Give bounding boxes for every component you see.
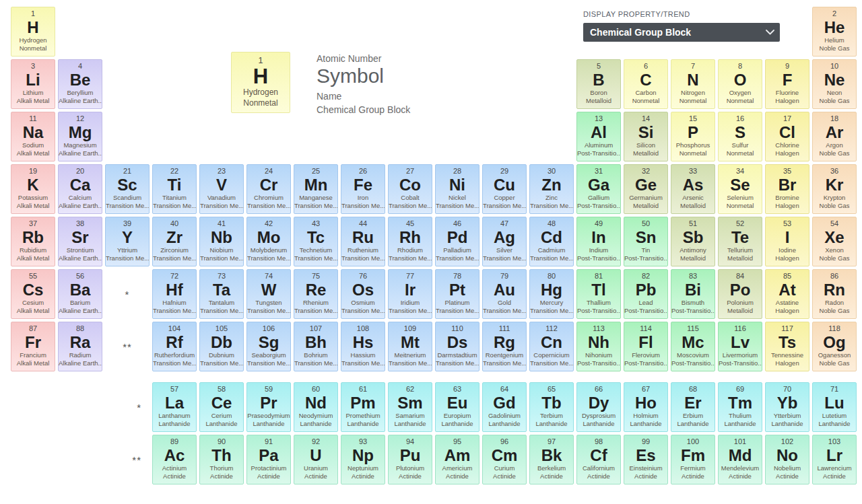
element-tile-se[interactable]: 34SeSeleniumNonmetal (718, 164, 762, 214)
element-tile-lu[interactable]: 71LuLutetiumLanthanide (812, 382, 857, 432)
element-tile-bk[interactable]: 97BkBerkeliumActinide (529, 435, 574, 484)
element-tile-i[interactable]: 53IIodineHalogen (765, 217, 809, 266)
element-tile-he[interactable]: 2HeHeliumNoble Gas (812, 7, 857, 57)
element-tile-sr[interactable]: 38SrStrontiumAlkaline Earth... (58, 217, 102, 266)
element-tile-es[interactable]: 99EsEinsteiniumActinide (624, 435, 668, 484)
element-tile-th[interactable]: 90ThThoriumActinide (199, 435, 244, 484)
element-tile-p[interactable]: 15PPhosphorusNonmetal (671, 112, 715, 161)
element-tile-dy[interactable]: 66DyDysprosiumLanthanide (576, 382, 621, 432)
element-tile-no[interactable]: 102NoNobeliumActinide (765, 435, 809, 484)
element-tile-ne[interactable]: 10NeNeonNoble Gas (812, 59, 857, 109)
element-tile-rb[interactable]: 37RbRubidiumAlkali Metal (11, 217, 55, 266)
element-tile-rh[interactable]: 45RhRhodiumTransition Me... (388, 217, 432, 266)
element-tile-al[interactable]: 13AlAluminumPost-Transitio... (576, 112, 621, 161)
element-tile-w[interactable]: 74WTungstenTransition Me... (246, 269, 291, 319)
element-tile-cs[interactable]: 55CsCesiumAlkali Metal (11, 269, 55, 319)
element-tile-po[interactable]: 84PoPoloniumMetalloid (718, 269, 762, 319)
element-tile-sb[interactable]: 51SbAntimonyMetalloid (671, 217, 715, 266)
element-tile-hf[interactable]: 72HfHafniumTransition Me... (152, 269, 197, 319)
element-tile-ts[interactable]: 117TsTennessineHalogen (765, 322, 809, 371)
element-tile-rg[interactable]: 111RgRoentgeniumTransition Me... (482, 322, 527, 371)
element-tile-tc[interactable]: 43TcTechnetiumTransition Me... (294, 217, 338, 266)
element-tile-xe[interactable]: 54XeXenonNoble Gas (812, 217, 857, 266)
element-tile-mn[interactable]: 25MnManganeseTransition Me... (294, 164, 338, 214)
element-tile-ds[interactable]: 110DsDarmstadtiumTransition Me... (435, 322, 479, 371)
element-tile-fr[interactable]: 87FrFranciumAlkali Metal (11, 322, 55, 371)
element-tile-te[interactable]: 52TeTelluriumMetalloid (718, 217, 762, 266)
element-tile-eu[interactable]: 63EuEuropiumLanthanide (435, 382, 479, 432)
element-tile-cu[interactable]: 29CuCopperTransition Me... (482, 164, 527, 214)
element-tile-lv[interactable]: 116LvLivermoriumPost-Transitio... (718, 322, 762, 371)
element-tile-k[interactable]: 19KPotassiumAlkali Metal (11, 164, 55, 214)
element-tile-fl[interactable]: 114FlFleroviumPost-Transitio... (624, 322, 668, 371)
element-tile-ta[interactable]: 73TaTantalumTransition Me... (199, 269, 244, 319)
element-tile-sc[interactable]: 21ScScandiumTransition Me... (105, 164, 150, 214)
element-tile-at[interactable]: 85AtAstatineHalogen (765, 269, 809, 319)
element-tile-tb[interactable]: 65TbTerbiumLanthanide (529, 382, 574, 432)
element-tile-gd[interactable]: 64GdGadoliniumLanthanide (482, 382, 527, 432)
element-tile-na[interactable]: 11NaSodiumAlkali Metal (11, 112, 55, 161)
element-tile-li[interactable]: 3LiLithiumAlkali Metal (11, 59, 55, 109)
element-tile-ca[interactable]: 20CaCalciumAlkaline Earth... (58, 164, 102, 214)
element-tile-ga[interactable]: 31GaGalliumPost-Transitio... (576, 164, 621, 214)
element-tile-bh[interactable]: 107BhBohriumTransition Me... (294, 322, 338, 371)
element-tile-pb[interactable]: 82PbLeadPost-Transitio... (624, 269, 668, 319)
element-tile-ar[interactable]: 18ArArgonNoble Gas (812, 112, 857, 161)
element-tile-ho[interactable]: 67HoHolmiumLanthanide (624, 382, 668, 432)
element-tile-ti[interactable]: 22TiTitaniumTransition Me... (152, 164, 197, 214)
element-tile-y[interactable]: 39YYttriumTransition Me... (105, 217, 150, 266)
element-tile-np[interactable]: 93NpNeptuniumActinide (341, 435, 385, 484)
element-tile-ra[interactable]: 88RaRadiumAlkaline Earth... (58, 322, 102, 371)
element-tile-nh[interactable]: 113NhNihoniumPost-Transitio... (576, 322, 621, 371)
element-tile-ag[interactable]: 47AgSilverTransition Me... (482, 217, 527, 266)
element-tile-s[interactable]: 16SSulfurNonmetal (718, 112, 762, 161)
element-tile-si[interactable]: 14SiSiliconMetalloid (624, 112, 668, 161)
element-tile-ir[interactable]: 77IrIridiumTransition Me... (388, 269, 432, 319)
element-tile-zr[interactable]: 40ZrZirconiumTransition Me... (152, 217, 197, 266)
element-tile-md[interactable]: 101MdMendeleviumActinide (718, 435, 762, 484)
element-tile-cd[interactable]: 48CdCadmiumTransition Me... (529, 217, 574, 266)
element-tile-yb[interactable]: 70YbYtterbiumLanthanide (765, 382, 809, 432)
element-tile-sm[interactable]: 62SmSamariumLanthanide (388, 382, 432, 432)
element-tile-o[interactable]: 8OOxygenNonmetal (718, 59, 762, 109)
element-tile-cn[interactable]: 112CnCoperniciumTransition Me... (529, 322, 574, 371)
element-tile-b[interactable]: 5BBoronMetalloid (576, 59, 621, 109)
element-tile-ba[interactable]: 56BaBariumAlkaline Earth... (58, 269, 102, 319)
element-tile-pr[interactable]: 59PrPraseodymiumLanthanide (246, 382, 291, 432)
element-tile-v[interactable]: 23VVanadiumTransition Me... (199, 164, 244, 214)
element-tile-u[interactable]: 92UUraniumActinide (294, 435, 338, 484)
element-tile-f[interactable]: 9FFluorineHalogen (765, 59, 809, 109)
element-tile-co[interactable]: 27CoCobaltTransition Me... (388, 164, 432, 214)
element-tile-ni[interactable]: 28NiNickelTransition Me... (435, 164, 479, 214)
element-tile-as[interactable]: 33AsArsenicMetalloid (671, 164, 715, 214)
element-tile-n[interactable]: 7NNitrogenNonmetal (671, 59, 715, 109)
element-tile-rf[interactable]: 104RfRutherfordiumTransition Me... (152, 322, 197, 371)
element-tile-mc[interactable]: 115McMoscoviumPost-Transitio... (671, 322, 715, 371)
element-tile-os[interactable]: 76OsOsmiumTransition Me... (341, 269, 385, 319)
element-tile-tl[interactable]: 81TlThalliumPost-Transitio... (576, 269, 621, 319)
element-tile-pu[interactable]: 94PuPlutoniumActinide (388, 435, 432, 484)
element-tile-sn[interactable]: 50SnTinPost-Transitio... (624, 217, 668, 266)
element-tile-la[interactable]: 57LaLanthanumLanthanide (152, 382, 197, 432)
element-tile-ac[interactable]: 89AcActiniumActinide (152, 435, 197, 484)
element-tile-sg[interactable]: 106SgSeaborgiumTransition Me... (246, 322, 291, 371)
element-tile-ce[interactable]: 58CeCeriumLanthanide (199, 382, 244, 432)
element-tile-db[interactable]: 105DbDubniumTransition Me... (199, 322, 244, 371)
element-tile-cr[interactable]: 24CrChromiumTransition Me... (246, 164, 291, 214)
element-tile-bi[interactable]: 83BiBismuthPost-Transitio... (671, 269, 715, 319)
element-tile-mt[interactable]: 109MtMeitneriumTransition Me... (388, 322, 432, 371)
element-tile-cf[interactable]: 98CfCaliforniumActinide (576, 435, 621, 484)
element-tile-be[interactable]: 4BeBerylliumAlkaline Earth... (58, 59, 102, 109)
element-tile-br[interactable]: 35BrBromineHalogen (765, 164, 809, 214)
element-tile-fe[interactable]: 26FeIronTransition Me... (341, 164, 385, 214)
element-tile-zn[interactable]: 30ZnZincTransition Me... (529, 164, 574, 214)
element-tile-in[interactable]: 49InIndiumPost-Transitio... (576, 217, 621, 266)
element-tile-h[interactable]: 1HHydrogenNonmetal (11, 7, 55, 57)
element-tile-ge[interactable]: 32GeGermaniumMetalloid (624, 164, 668, 214)
element-tile-mg[interactable]: 12MgMagnesiumAlkaline Earth... (58, 112, 102, 161)
element-tile-cl[interactable]: 17ClChlorineHalogen (765, 112, 809, 161)
element-tile-mo[interactable]: 42MoMolybdenumTransition Me... (246, 217, 291, 266)
element-tile-pt[interactable]: 78PtPlatinumTransition Me... (435, 269, 479, 319)
element-tile-nb[interactable]: 41NbNiobiumTransition Me... (199, 217, 244, 266)
element-tile-am[interactable]: 95AmAmericiumActinide (435, 435, 479, 484)
